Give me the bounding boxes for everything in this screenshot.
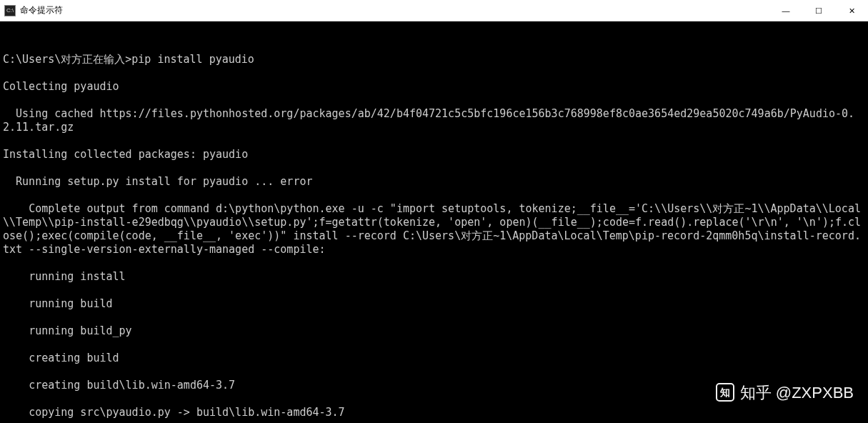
terminal-line: copying src\pyaudio.py -> build\lib.win-… <box>3 406 865 419</box>
minimize-button[interactable]: — <box>769 0 802 21</box>
terminal-line: running install <box>3 270 865 284</box>
window-title: 命令提示符 <box>20 4 769 16</box>
terminal-output[interactable]: C:\Users\对方正在输入>pip install pyaudio Coll… <box>0 21 868 423</box>
window-controls: — ☐ ✕ <box>769 0 868 21</box>
close-button[interactable]: ✕ <box>835 0 868 21</box>
terminal-line: Running setup.py install for pyaudio ...… <box>3 175 865 189</box>
terminal-line: Collecting pyaudio <box>3 80 865 94</box>
terminal-line: Using cached https://files.pythonhosted.… <box>3 107 865 134</box>
terminal-line: running build <box>3 297 865 311</box>
terminal-line: Installing collected packages: pyaudio <box>3 148 865 161</box>
terminal-line: Complete output from command d:\python\p… <box>3 202 865 257</box>
terminal-line-prompt: C:\Users\对方正在输入>pip install pyaudio <box>3 53 865 66</box>
terminal-line: running build_py <box>3 324 865 338</box>
terminal-line: creating build\lib.win-amd64-3.7 <box>3 379 865 392</box>
window-titlebar: C:\ 命令提示符 — ☐ ✕ <box>0 0 868 21</box>
app-icon: C:\ <box>4 5 16 16</box>
maximize-button[interactable]: ☐ <box>802 0 835 21</box>
terminal-line: creating build <box>3 352 865 365</box>
